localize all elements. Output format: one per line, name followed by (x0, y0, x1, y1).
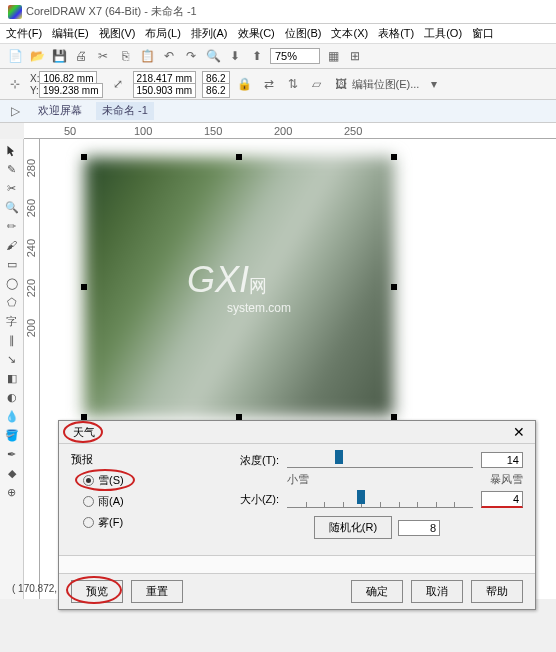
selection-handle[interactable] (81, 154, 87, 160)
selection-handle[interactable] (236, 154, 242, 160)
density-input[interactable]: 14 (481, 452, 523, 468)
forecast-label: 预报 (71, 452, 211, 467)
crop-icon[interactable]: ▱ (308, 75, 326, 93)
fill-tool-icon[interactable]: 🪣 (2, 426, 22, 444)
shape-tool-icon[interactable]: ✎ (2, 160, 22, 178)
ruler-h-tick: 50 (64, 125, 76, 137)
undo-icon[interactable]: ↶ (160, 47, 178, 65)
dialog-body: 预报 雪(S) 雨(A) 雾(F) 浓度(T): (59, 444, 535, 555)
edit-bitmap-icon: 🖼 (332, 75, 350, 93)
menu-bitmap[interactable]: 位图(B) (285, 26, 322, 41)
slider-thumb-icon[interactable] (335, 450, 343, 464)
menu-text[interactable]: 文本(X) (331, 26, 368, 41)
object-pos-icon: ⊹ (6, 75, 24, 93)
size-max-label: 暴风雪 (490, 472, 523, 487)
save-icon[interactable]: 💾 (50, 47, 68, 65)
mirror-v-icon[interactable]: ⇅ (284, 75, 302, 93)
menu-bar: 文件(F) 编辑(E) 视图(V) 布局(L) 排列(A) 效果(C) 位图(B… (0, 24, 556, 44)
search-icon[interactable]: 🔍 (204, 47, 222, 65)
cancel-button[interactable]: 取消 (411, 580, 463, 603)
radio-fog[interactable]: 雾(F) (83, 515, 211, 530)
redo-icon[interactable]: ↷ (182, 47, 200, 65)
tab-document[interactable]: 未命名 -1 (96, 102, 154, 120)
menu-file[interactable]: 文件(F) (6, 26, 42, 41)
transparency-tool-icon[interactable]: ◐ (2, 388, 22, 406)
radio-rain-label: 雨(A) (98, 494, 124, 509)
dialog-close-button[interactable]: ✕ (513, 424, 525, 440)
options-icon[interactable]: ⊞ (346, 47, 364, 65)
height-input[interactable]: 150.903 mm (133, 83, 197, 98)
scale-y-input[interactable]: 86.2 (202, 83, 229, 98)
radio-snow[interactable]: 雪(S) (83, 473, 211, 488)
paste-icon[interactable]: 📋 (138, 47, 156, 65)
random-input[interactable]: 8 (398, 520, 440, 536)
quick-custom-icon[interactable]: ⊕ (2, 483, 22, 501)
artistic-tool-icon[interactable]: 🖌 (2, 236, 22, 254)
menu-table[interactable]: 表格(T) (378, 26, 414, 41)
slider-thumb-icon[interactable] (357, 490, 365, 504)
tab-welcome[interactable]: 欢迎屏幕 (32, 102, 88, 120)
help-button[interactable]: 帮助 (471, 580, 523, 603)
dialog-title: 天气 (69, 425, 99, 440)
export-icon[interactable]: ⬆ (248, 47, 266, 65)
new-icon[interactable]: 📄 (6, 47, 24, 65)
app-logo-icon (8, 5, 22, 19)
menu-layout[interactable]: 布局(L) (145, 26, 180, 41)
mirror-h-icon[interactable]: ⇄ (260, 75, 278, 93)
radio-icon (83, 517, 94, 528)
open-icon[interactable]: 📂 (28, 47, 46, 65)
ruler-v-tick: 260 (25, 199, 37, 217)
selected-bitmap[interactable] (84, 157, 394, 417)
selection-handle[interactable] (81, 284, 87, 290)
copy-icon[interactable]: ⎘ (116, 47, 134, 65)
selection-handle[interactable] (391, 154, 397, 160)
print-icon[interactable]: 🖨 (72, 47, 90, 65)
property-bar: ⊹ X:106.82 mm Y:199.238 mm ⤢ 218.417 mm … (0, 69, 556, 100)
menu-effects[interactable]: 效果(C) (238, 26, 275, 41)
size-input[interactable]: 4 (481, 491, 523, 508)
smart-fill-icon[interactable]: ◆ (2, 464, 22, 482)
zoom-level-input[interactable]: 75% (270, 48, 320, 64)
preview-button[interactable]: 预览 (71, 580, 123, 603)
lock-ratio-icon[interactable]: 🔒 (236, 75, 254, 93)
menu-edit[interactable]: 编辑(E) (52, 26, 89, 41)
controls-group: 浓度(T): 14 小雪 暴风雪 大小(Z): 4 随机化(R) (231, 452, 523, 547)
text-tool-icon[interactable]: 字 (2, 312, 22, 330)
document-tabs: ▷ 欢迎屏幕 未命名 -1 (0, 100, 556, 123)
menu-tools[interactable]: 工具(O) (424, 26, 462, 41)
dialog-titlebar: 天气 ✕ (59, 421, 535, 444)
radio-rain[interactable]: 雨(A) (83, 494, 211, 509)
edit-bitmap-button[interactable]: 🖼 编辑位图(E)... (332, 75, 420, 93)
outline-tool-icon[interactable]: ✒ (2, 445, 22, 463)
size-slider[interactable] (287, 492, 473, 508)
crop-tool-icon[interactable]: ✂ (2, 179, 22, 197)
menu-arrange[interactable]: 排列(A) (191, 26, 228, 41)
trace-icon[interactable]: ▾ (425, 75, 443, 93)
randomize-button[interactable]: 随机化(R) (314, 516, 392, 539)
y-input[interactable]: 199.238 mm (39, 83, 103, 98)
ruler-h-tick: 200 (274, 125, 292, 137)
parallel-tool-icon[interactable]: ∥ (2, 331, 22, 349)
connector-tool-icon[interactable]: ↘ (2, 350, 22, 368)
ellipse-tool-icon[interactable]: ◯ (2, 274, 22, 292)
zoom-tool-icon[interactable]: 🔍 (2, 198, 22, 216)
freehand-tool-icon[interactable]: ✏ (2, 217, 22, 235)
pick-tool-icon[interactable] (2, 141, 22, 159)
ruler-v-tick: 220 (25, 279, 37, 297)
radio-icon (83, 496, 94, 507)
tab-nav-icon[interactable]: ▷ (6, 102, 24, 120)
eyedropper-tool-icon[interactable]: 💧 (2, 407, 22, 425)
ok-button[interactable]: 确定 (351, 580, 403, 603)
reset-button[interactable]: 重置 (131, 580, 183, 603)
selection-handle[interactable] (391, 284, 397, 290)
effects-tool-icon[interactable]: ◧ (2, 369, 22, 387)
radio-fog-label: 雾(F) (98, 515, 123, 530)
snap-icon[interactable]: ▦ (324, 47, 342, 65)
density-slider[interactable] (287, 452, 473, 468)
import-icon[interactable]: ⬇ (226, 47, 244, 65)
cut-icon[interactable]: ✂ (94, 47, 112, 65)
rectangle-tool-icon[interactable]: ▭ (2, 255, 22, 273)
polygon-tool-icon[interactable]: ⬠ (2, 293, 22, 311)
menu-view[interactable]: 视图(V) (99, 26, 136, 41)
menu-window[interactable]: 窗口 (472, 26, 494, 41)
